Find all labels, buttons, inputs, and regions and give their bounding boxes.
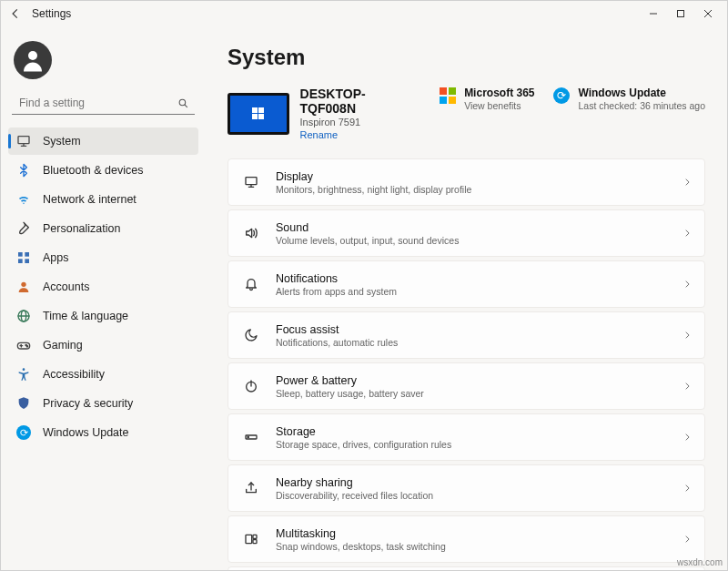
brush-icon <box>15 220 32 237</box>
close-button[interactable] <box>694 5 722 23</box>
maximize-button[interactable] <box>667 5 694 23</box>
sidebar-item-label: Gaming <box>43 339 83 352</box>
window-title: Settings <box>32 7 71 20</box>
svg-rect-5 <box>18 137 29 144</box>
settings-card-power-battery[interactable]: Power & battery Sleep, battery usage, ba… <box>228 362 705 410</box>
display-icon <box>241 172 261 192</box>
svg-point-28 <box>248 436 248 437</box>
sidebar-item-bluetooth-devices[interactable]: Bluetooth & devices <box>8 157 198 184</box>
settings-card-activation[interactable]: Activation <box>228 566 705 570</box>
svg-rect-9 <box>25 252 29 257</box>
svg-rect-31 <box>253 540 257 544</box>
svg-rect-30 <box>253 535 257 538</box>
search-input[interactable] <box>17 96 177 110</box>
share-icon <box>241 478 261 498</box>
card-desc: Discoverability, received files location <box>276 490 433 501</box>
card-title: Sound <box>276 221 459 234</box>
settings-card-nearby-sharing[interactable]: Nearby sharing Discoverability, received… <box>228 464 705 512</box>
device-model: Inspiron 7591 <box>300 117 421 127</box>
settings-card-notifications[interactable]: Notifications Alerts from apps and syste… <box>228 260 705 308</box>
sidebar: System Bluetooth & devices Network & int… <box>1 26 206 570</box>
chevron-right-icon <box>682 382 692 391</box>
sidebar-item-apps[interactable]: Apps <box>8 244 198 271</box>
microsoft-365-link[interactable]: Microsoft 365 View benefits <box>439 87 534 111</box>
watermark: wsxdn.com <box>677 557 723 567</box>
windows-update-icon: ⟳ <box>552 87 571 105</box>
chevron-right-icon <box>682 178 692 187</box>
sidebar-item-label: Accounts <box>43 280 89 293</box>
bluetooth-icon <box>15 162 32 178</box>
card-title: Notifications <box>276 272 397 285</box>
card-title: Storage <box>276 425 451 438</box>
card-desc: Snap windows, desktops, task switching <box>276 541 446 552</box>
card-desc: Sleep, battery usage, battery saver <box>276 388 424 399</box>
settings-card-multitasking[interactable]: Multitasking Snap windows, desktops, tas… <box>228 515 705 563</box>
chevron-right-icon <box>682 535 692 544</box>
sidebar-item-personalization[interactable]: Personalization <box>8 215 198 242</box>
globe-icon <box>15 308 32 324</box>
card-title: Display <box>276 170 471 183</box>
chevron-right-icon <box>682 484 692 493</box>
sidebar-item-label: Bluetooth & devices <box>43 164 144 177</box>
chevron-right-icon <box>682 433 692 442</box>
sidebar-item-gaming[interactable]: Gaming <box>8 331 198 359</box>
sidebar-item-system[interactable]: System <box>8 127 198 155</box>
power-icon <box>241 376 261 396</box>
moon-icon <box>241 325 261 345</box>
svg-rect-22 <box>246 178 257 185</box>
card-title: Multitasking <box>276 527 446 540</box>
device-thumbnail <box>228 93 289 135</box>
back-button[interactable] <box>6 5 25 23</box>
sidebar-item-label: Time & language <box>43 310 128 322</box>
card-desc: Alerts from apps and system <box>276 286 397 297</box>
svg-line-4 <box>185 104 187 107</box>
sidebar-item-label: Apps <box>43 251 69 264</box>
sidebar-item-label: Personalization <box>43 222 120 235</box>
device-name: DESKTOP-TQF008N <box>300 87 421 116</box>
svg-point-3 <box>179 99 186 106</box>
svg-rect-11 <box>25 259 29 263</box>
sidebar-item-label: Privacy & security <box>43 397 133 410</box>
sidebar-item-label: Network & internet <box>43 193 136 206</box>
svg-point-12 <box>21 282 25 287</box>
shield-icon <box>15 395 32 412</box>
microsoft-logo-icon <box>439 87 457 105</box>
sidebar-item-accessibility[interactable]: Accessibility <box>8 361 198 388</box>
update-title: Windows Update <box>578 87 705 99</box>
person-icon <box>15 279 32 295</box>
sidebar-item-label: System <box>43 135 81 148</box>
device-info: DESKTOP-TQF008N Inspiron 7591 Rename <box>228 87 420 140</box>
search-box[interactable] <box>12 92 195 115</box>
bell-icon <box>241 274 261 294</box>
search-icon <box>177 97 189 109</box>
settings-card-display[interactable]: Display Monitors, brightness, night ligh… <box>228 158 705 206</box>
card-desc: Storage space, drives, configuration rul… <box>276 439 451 450</box>
sidebar-item-label: Accessibility <box>43 368 105 381</box>
sidebar-item-network-internet[interactable]: Network & internet <box>8 186 198 213</box>
wifi-icon <box>15 191 32 208</box>
svg-rect-29 <box>246 535 252 543</box>
page-title: System <box>228 45 705 70</box>
windows-update-link[interactable]: ⟳ Windows Update Last checked: 36 minute… <box>552 87 705 111</box>
sound-icon <box>241 223 261 243</box>
content-area: System DESKTOP-TQF008N Inspiron 7591 Ren… <box>206 26 727 570</box>
sidebar-item-windows-update[interactable]: ⟳ Windows Update <box>8 419 198 446</box>
sidebar-item-label: Windows Update <box>43 426 129 439</box>
sidebar-item-privacy-security[interactable]: Privacy & security <box>8 390 198 417</box>
svg-point-20 <box>26 346 27 347</box>
sidebar-item-accounts[interactable]: Accounts <box>8 273 198 301</box>
apps-icon <box>15 250 32 266</box>
settings-card-storage[interactable]: Storage Storage space, drives, configura… <box>228 413 705 461</box>
rename-link[interactable]: Rename <box>300 129 421 140</box>
svg-rect-1 <box>678 11 684 17</box>
system-icon <box>15 133 32 149</box>
card-desc: Notifications, automatic rules <box>276 337 398 348</box>
user-avatar[interactable] <box>14 41 52 79</box>
minimize-button[interactable] <box>640 5 667 23</box>
ms365-title: Microsoft 365 <box>464 87 534 99</box>
settings-card-sound[interactable]: Sound Volume levels, output, input, soun… <box>228 209 705 257</box>
sidebar-item-time-language[interactable]: Time & language <box>8 302 198 330</box>
chevron-right-icon <box>682 331 692 340</box>
settings-card-focus-assist[interactable]: Focus assist Notifications, automatic ru… <box>228 311 705 359</box>
update-icon: ⟳ <box>15 424 32 441</box>
